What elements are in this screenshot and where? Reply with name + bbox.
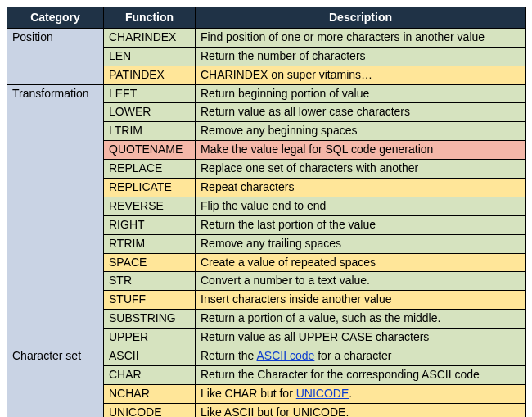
function-cell: CHARINDEX xyxy=(104,28,196,47)
description-cell: Return the Character for the correspondi… xyxy=(196,365,526,384)
table-row: Character setASCIIReturn the ASCII code … xyxy=(7,347,526,366)
function-cell: CHAR xyxy=(104,365,196,384)
function-cell: STR xyxy=(104,272,196,291)
description-cell: Like CHAR but for UNICODE. xyxy=(196,384,526,403)
description-cell: Flip the value end to end xyxy=(196,197,526,215)
description-cell: Return the ASCII code for a character xyxy=(196,347,526,366)
description-link[interactable]: UNICODE xyxy=(296,387,349,400)
function-cell: SPACE xyxy=(104,253,196,272)
table-row: PositionCHARINDEXFind position of one or… xyxy=(7,28,526,47)
function-cell: STUFF xyxy=(104,291,196,310)
category-cell: Character set xyxy=(7,347,104,417)
header-category: Category xyxy=(7,7,104,29)
description-cell: Return a portion of a value, such as the… xyxy=(196,310,526,329)
description-cell: Return beginning portion of value xyxy=(196,84,526,103)
description-cell: Insert characters inside another value xyxy=(196,291,526,310)
description-cell: Repeat characters xyxy=(196,179,526,197)
function-cell: REPLICATE xyxy=(104,179,196,197)
description-cell: Create a value of repeated spaces xyxy=(196,253,526,272)
function-cell: LEFT xyxy=(104,84,196,103)
function-cell: RIGHT xyxy=(104,215,196,234)
description-cell: Find position of one or more characters … xyxy=(196,28,526,47)
function-cell: REVERSE xyxy=(104,197,196,215)
function-cell: UPPER xyxy=(104,329,196,347)
description-cell: Replace one set of characters with anoth… xyxy=(196,160,526,179)
description-cell: Return the number of characters xyxy=(196,47,526,66)
function-cell: QUOTENAME xyxy=(104,141,196,160)
function-cell: RTRIM xyxy=(104,234,196,253)
category-cell: Position xyxy=(7,28,104,84)
table-row: TransformationLEFTReturn beginning porti… xyxy=(7,84,526,103)
function-cell: UNICODE xyxy=(104,403,196,417)
description-cell: Make the value legal for SQL code genera… xyxy=(196,141,526,160)
description-cell: Like ASCII but for UNICODE. xyxy=(196,403,526,417)
description-cell: Return the last portion of the value xyxy=(196,215,526,234)
function-cell: LEN xyxy=(104,47,196,66)
description-cell: Return value as all lower case character… xyxy=(196,103,526,122)
function-cell: LOWER xyxy=(104,103,196,122)
header-description: Description xyxy=(196,7,526,29)
function-cell: REPLACE xyxy=(104,160,196,179)
description-cell: Return value as all UPPER CASE character… xyxy=(196,329,526,347)
function-cell: LTRIM xyxy=(104,122,196,141)
function-cell: SUBSTRING xyxy=(104,310,196,329)
function-cell: ASCII xyxy=(104,347,196,366)
table-header-row: Category Function Description xyxy=(7,7,526,29)
description-cell: Remove any trailing spaces xyxy=(196,234,526,253)
description-cell: CHARINDEX on super vitamins… xyxy=(196,66,526,84)
description-cell: Convert a number to a text value. xyxy=(196,272,526,291)
description-cell: Remove any beginning spaces xyxy=(196,122,526,141)
function-cell: NCHAR xyxy=(104,384,196,403)
function-cell: PATINDEX xyxy=(104,66,196,84)
header-function: Function xyxy=(104,7,196,29)
description-link[interactable]: ASCII code xyxy=(257,349,315,362)
category-cell: Transformation xyxy=(7,84,104,347)
string-functions-table: Category Function Description PositionCH… xyxy=(7,7,526,417)
